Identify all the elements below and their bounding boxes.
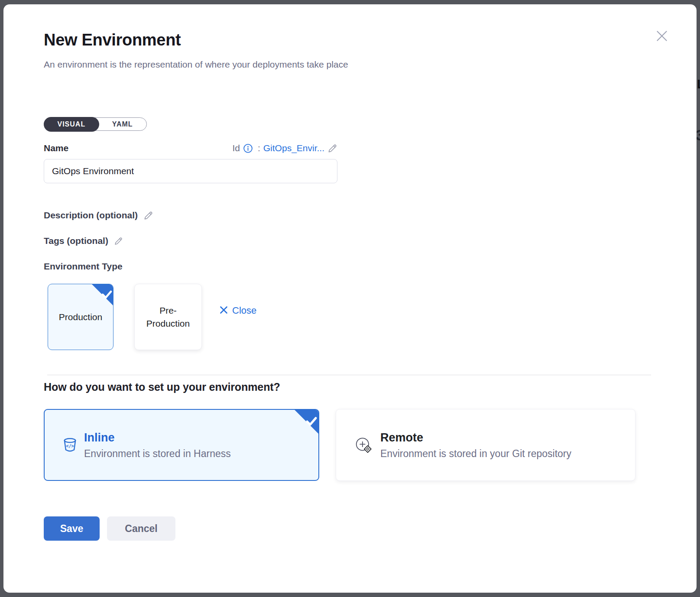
info-icon[interactable] xyxy=(243,143,253,153)
edit-tags-icon[interactable] xyxy=(114,237,123,246)
id-label: Id xyxy=(232,143,240,153)
name-label: Name xyxy=(44,143,68,153)
close-link-label: Close xyxy=(232,305,256,316)
setup-options: </> Inline Environment is stored in Harn… xyxy=(44,409,697,481)
section-divider xyxy=(47,375,651,375)
remote-git-icon xyxy=(354,435,373,454)
setup-heading: How do you want to set up your environme… xyxy=(44,381,697,393)
id-separator: : xyxy=(258,143,260,153)
setup-remote-card[interactable]: Remote Environment is stored in your Git… xyxy=(336,409,635,481)
close-x-icon xyxy=(220,306,228,316)
setup-card-description: Environment is stored in your Git reposi… xyxy=(380,448,571,460)
save-button[interactable]: Save xyxy=(44,516,100,541)
cancel-button[interactable]: Cancel xyxy=(107,516,175,541)
setup-card-title: Remote xyxy=(380,430,571,445)
edit-id-icon[interactable] xyxy=(327,143,337,153)
setup-inline-card[interactable]: </> Inline Environment is stored in Harn… xyxy=(44,409,319,481)
tags-label: Tags (optional) xyxy=(44,236,108,246)
inline-storage-icon: </> xyxy=(63,438,77,453)
environment-type-label: Environment Type xyxy=(44,261,697,272)
dialog-subtitle: An environment is the representation of … xyxy=(44,58,697,71)
environment-id-link[interactable]: GitOps_Envir... xyxy=(263,143,324,153)
close-icon xyxy=(655,29,668,44)
selected-check-icon xyxy=(294,409,319,436)
name-input[interactable] xyxy=(44,159,337,183)
visual-yaml-toggle: VISUAL YAML xyxy=(44,117,147,131)
setup-card-title: Inline xyxy=(84,430,231,445)
setup-card-texts: Remote Environment is stored in your Git… xyxy=(380,430,571,460)
environment-id-row: Id : GitOps_Envir... xyxy=(232,143,337,153)
tags-field-row: Tags (optional) xyxy=(44,236,697,246)
modal-backdrop: L 3 New Environment An environment is th… xyxy=(0,0,700,597)
setup-card-texts: Inline Environment is stored in Harness xyxy=(84,430,231,460)
environment-type-options: Production Pre-Production Close xyxy=(48,284,697,350)
selected-check-icon xyxy=(91,284,114,308)
env-type-preproduction-card[interactable]: Pre-Production xyxy=(134,284,202,350)
dialog-title: New Environment xyxy=(44,29,697,51)
name-field-header: Name Id : GitOps_Envir... xyxy=(44,143,337,153)
description-field-row: Description (optional) xyxy=(44,210,697,221)
tab-yaml[interactable]: YAML xyxy=(99,117,146,131)
new-environment-dialog: New Environment An environment is the re… xyxy=(3,4,697,593)
env-type-production-card[interactable]: Production xyxy=(48,284,113,350)
env-card-label: Production xyxy=(59,311,102,324)
background-page-fragment: L xyxy=(697,77,700,91)
tab-visual[interactable]: VISUAL xyxy=(44,117,100,132)
setup-card-description: Environment is stored in Harness xyxy=(84,448,231,460)
description-label: Description (optional) xyxy=(44,210,138,221)
edit-description-icon[interactable] xyxy=(143,211,153,221)
svg-text:</>: </> xyxy=(66,443,74,448)
env-card-label: Pre-Production xyxy=(142,304,194,330)
dialog-actions: Save Cancel xyxy=(44,516,697,541)
close-button[interactable] xyxy=(654,29,670,44)
close-link[interactable]: Close xyxy=(220,305,256,316)
